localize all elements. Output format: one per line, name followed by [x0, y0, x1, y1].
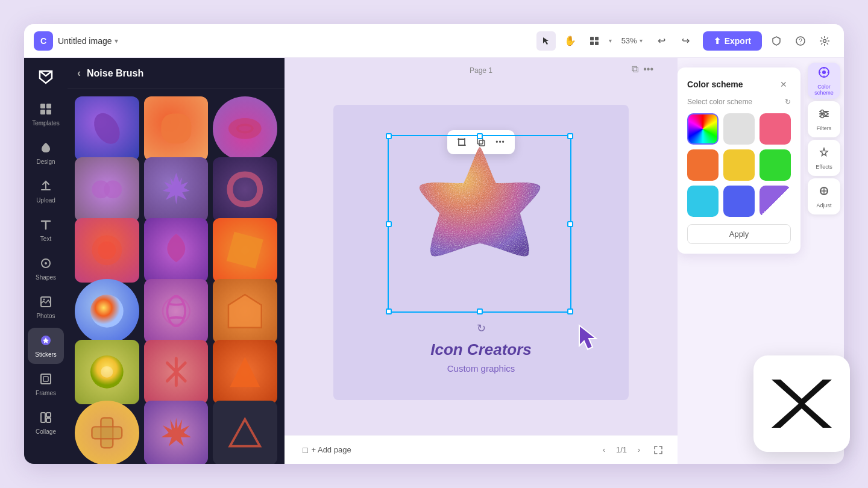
shield-button[interactable] — [767, 31, 786, 51]
sidebar-item-photos-label: Photos — [36, 313, 55, 319]
canvas-wrapper: ••• — [285, 58, 678, 435]
svg-rect-34 — [92, 427, 122, 439]
svg-point-43 — [821, 110, 824, 113]
canvas-area: Page 1 ⧉ ••• — [285, 58, 678, 464]
svg-rect-19 — [46, 413, 51, 417]
swatch-purple-partial[interactable] — [760, 186, 791, 217]
sticker-item-5[interactable] — [144, 157, 209, 222]
swatch-cyan[interactable] — [687, 186, 719, 217]
rt-filters[interactable]: Filters — [808, 101, 840, 137]
swatch-pink[interactable] — [760, 113, 791, 145]
grid-icon — [590, 36, 599, 46]
help-button[interactable]: ? — [791, 31, 810, 51]
swatch-green[interactable] — [760, 149, 791, 181]
rt-color-scheme[interactable]: Color scheme — [808, 63, 840, 99]
sticker-item-10[interactable] — [75, 279, 139, 343]
nav-logo — [34, 65, 58, 89]
sidebar-item-shapes[interactable]: Shapes — [28, 251, 64, 287]
bottom-bar: □ + Add page ‹ 1/1 › — [285, 435, 678, 464]
app-logo: C — [34, 31, 53, 51]
rt-adjust[interactable]: Adjust — [808, 178, 840, 214]
sticker-item-11[interactable] — [144, 279, 209, 343]
topbar: C Untitled image ▾ ✋ — [24, 24, 844, 58]
file-title[interactable]: Untitled image ▾ — [58, 36, 118, 46]
prev-page-button[interactable]: ‹ — [597, 443, 611, 457]
sidebar-item-collage[interactable]: Collage — [28, 405, 64, 441]
sidebar-item-design[interactable]: Design — [28, 135, 64, 171]
body-area: Templates Design — [24, 58, 844, 464]
canvas-title[interactable]: Icon Creators — [430, 340, 532, 359]
svg-rect-2 — [590, 42, 594, 45]
svg-rect-18 — [41, 413, 45, 422]
fullscreen-icon — [654, 446, 662, 454]
main-window: C Untitled image ▾ ✋ — [24, 24, 844, 464]
sidebar-item-photos[interactable]: Photos — [28, 289, 64, 325]
pointer-tool-button[interactable] — [536, 31, 556, 51]
sticker-item-4[interactable] — [75, 157, 139, 222]
sidebar-item-templates[interactable]: Templates — [28, 96, 64, 133]
settings-button[interactable] — [815, 31, 834, 51]
page-label: Page 1 — [470, 66, 492, 75]
fullscreen-button[interactable] — [651, 443, 665, 457]
panel-header: ‹ Noise Brush — [68, 58, 285, 89]
apply-button[interactable]: Apply — [687, 224, 791, 244]
svg-point-14 — [43, 299, 45, 301]
sidebar-item-shapes-label: Shapes — [36, 274, 56, 281]
canvas-subtitle[interactable]: Custom graphics — [447, 363, 515, 374]
canvas-more-icon[interactable]: ••• — [643, 64, 653, 75]
sidebar-item-frames[interactable]: Frames — [28, 366, 64, 402]
sticker-item-9[interactable] — [213, 218, 277, 283]
swatch-blue[interactable] — [723, 186, 755, 217]
hand-tool-button[interactable]: ✋ — [561, 31, 580, 51]
undo-icon: ↩ — [658, 35, 665, 46]
sticker-item-18[interactable] — [213, 401, 277, 464]
sticker-item-2[interactable] — [144, 96, 209, 161]
next-page-button[interactable]: › — [632, 443, 646, 457]
sticker-item-14[interactable] — [144, 340, 209, 404]
svg-rect-1 — [595, 37, 599, 40]
sidebar-item-text[interactable]: Text — [28, 212, 64, 248]
swatch-rainbow[interactable] — [687, 113, 719, 145]
sticker-item-17[interactable] — [144, 401, 209, 464]
svg-point-44 — [825, 112, 828, 115]
sticker-item-1[interactable] — [75, 96, 139, 161]
sidebar-item-collage-label: Collage — [36, 428, 56, 435]
sticker-item-12[interactable] — [213, 279, 277, 343]
cs-refresh-icon[interactable]: ↻ — [785, 98, 791, 106]
canva-x-logo — [766, 374, 838, 434]
panel-back-button[interactable]: ‹ — [77, 67, 81, 80]
canvas-share-icon[interactable]: ⧉ — [632, 64, 638, 75]
redo-button[interactable]: ↪ — [676, 31, 696, 51]
swatch-orange[interactable] — [687, 149, 719, 181]
color-scheme-close-button[interactable]: ✕ — [776, 77, 791, 92]
refresh-icon: ↻ — [477, 322, 486, 335]
sticker-item-3[interactable] — [213, 96, 277, 161]
sidebar-item-stickers[interactable]: Stickers — [28, 328, 64, 364]
sticker-item-8[interactable] — [144, 218, 209, 283]
add-page-button[interactable]: □ + Add page — [297, 443, 357, 457]
swatch-yellow[interactable] — [723, 149, 755, 181]
swatch-gray[interactable] — [723, 113, 755, 145]
stickers-icon — [39, 334, 52, 349]
zoom-control[interactable]: 53% ▾ — [617, 34, 647, 48]
logo-icon — [37, 69, 54, 86]
sidebar-item-upload[interactable]: Upload — [28, 174, 64, 210]
color-scheme-panel: Color scheme ✕ Select color scheme ↻ — [678, 67, 800, 254]
photos-icon — [39, 295, 52, 310]
export-button[interactable]: ⬆ Export — [703, 31, 762, 51]
grid-tool-button[interactable] — [585, 31, 604, 51]
svg-rect-0 — [590, 37, 594, 40]
canvas-content[interactable]: ••• — [333, 105, 629, 400]
sticker-item-15[interactable] — [213, 340, 277, 404]
sticker-item-6[interactable] — [213, 157, 277, 222]
sticker-item-16[interactable] — [75, 401, 139, 464]
undo-button[interactable]: ↩ — [652, 31, 671, 51]
rt-effects[interactable]: Effects — [808, 140, 840, 176]
upload-icon — [39, 180, 52, 195]
sticker-item-7[interactable] — [75, 218, 139, 283]
svg-text:?: ? — [799, 38, 802, 45]
svg-rect-20 — [46, 418, 51, 422]
sticker-item-13[interactable] — [75, 340, 139, 404]
effects-icon — [818, 146, 830, 161]
sidebar-item-templates-label: Templates — [32, 120, 60, 127]
